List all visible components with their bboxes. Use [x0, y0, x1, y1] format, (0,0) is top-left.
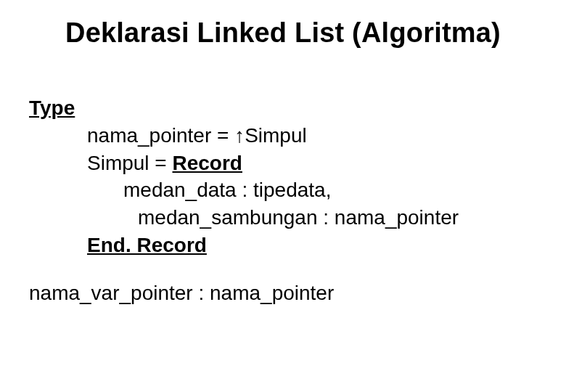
up-arrow-icon: ↑ — [234, 124, 245, 147]
slide-title: Deklarasi Linked List (Algoritma) — [0, 17, 566, 49]
slide-body: Type nama_pointer = ↑Simpul Simpul = Rec… — [29, 94, 537, 307]
line-end-record: End. Record — [29, 232, 537, 259]
end-record-keyword: End. Record — [87, 234, 207, 256]
text-nama-pointer: nama_pointer = — [87, 124, 234, 147]
line-medan-sambungan: medan_sambungan : nama_pointer — [29, 204, 537, 232]
text-simpul-eq: Simpul = — [87, 152, 173, 174]
spacer — [29, 259, 537, 279]
record-keyword: Record — [173, 152, 242, 174]
line-medan-data: medan_data : tipedata, — [29, 176, 537, 204]
line-var-pointer: nama_var_pointer : nama_pointer — [29, 282, 334, 304]
type-keyword: Type — [29, 97, 75, 119]
line-record-def: Simpul = Record — [29, 150, 537, 177]
line-pointer-def: nama_pointer = ↑Simpul — [29, 122, 537, 150]
text-simpul: Simpul — [245, 124, 307, 147]
slide: Deklarasi Linked List (Algoritma) Type n… — [0, 0, 566, 392]
